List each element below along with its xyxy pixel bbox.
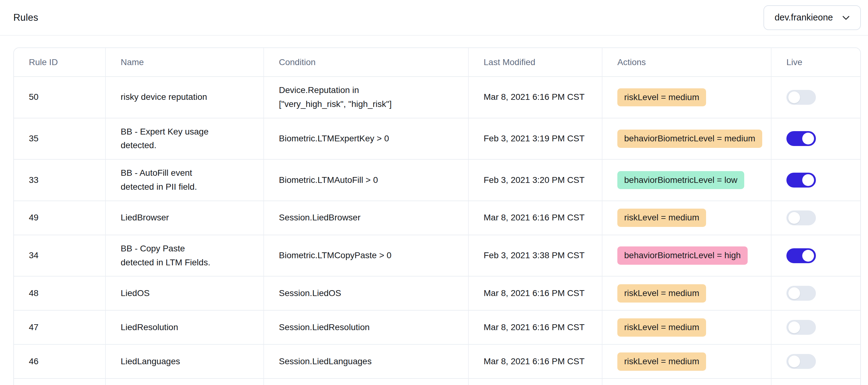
rule-id-cell: 47 [14,311,105,344]
rule-name-cell: BB - Copy Paste detected in LTM Fields. [105,235,264,276]
toggle-knob [788,212,800,224]
rule-actions-cell: behaviorBiometricLevel = high [602,235,771,276]
main-content: Rule IDNameConditionLast ModifiedActions… [0,47,868,385]
table-header-row: Rule IDNameConditionLast ModifiedActions… [14,48,860,76]
live-toggle-off[interactable] [786,354,816,369]
toggle-knob [788,321,800,333]
rule-last-modified-cell: Mar 8, 2021 6:16 PM CST [468,311,602,344]
action-badge: behaviorBiometricLevel = high [617,247,748,265]
toggle-knob [788,356,800,367]
top-bar: Rules dev.frankieone [0,0,868,36]
table-row: 35 BB - Expert Key usage detected. Biome… [14,118,860,159]
page-title: Rules [13,12,38,23]
rule-condition-cell: Session.LiedResolution [264,311,468,344]
chevron-down-icon [841,13,851,23]
column-header-live: Live [771,48,860,76]
action-badge: riskLevel = medium [617,208,706,227]
rule-last-modified-cell: Mar 8, 2021 6:16 PM CST [468,201,602,235]
table-row: 47 LiedResolution Session.LiedResolution… [14,310,860,344]
toggle-knob [788,287,800,299]
rule-live-cell [771,201,860,235]
rule-last-modified-cell: Feb 3, 2021 3:38 PM CST [468,235,602,276]
rule-condition-cell: Biometric.LTMAutoFill > 0 [264,160,468,200]
column-header-rule-id: Rule ID [14,48,105,76]
live-toggle-off[interactable] [786,90,816,105]
rule-name-cell: LiedOS [105,277,264,310]
rule-actions-cell: riskLevel = medium [602,277,771,310]
rule-name-cell: BB - AutoFill event detected in PII fiel… [105,160,264,200]
toggle-knob [802,250,814,262]
rule-actions-cell: behaviorBiometricLevel = low [602,160,771,200]
rule-last-modified-cell: Feb 3, 2021 3:20 PM CST [468,160,602,200]
table-row: 48 LiedOS Session.LiedOS Mar 8, 2021 6:1… [14,276,860,310]
rule-id-cell: 35 [14,119,105,159]
action-badge: behaviorBiometricLevel = low [617,171,744,189]
table-row: 33 BB - AutoFill event detected in PII f… [14,159,860,200]
rule-id-cell: 34 [14,235,105,276]
rule-id-cell: 46 [14,345,105,378]
action-badge: riskLevel = medium [617,88,706,107]
rule-last-modified-cell: Mar 8, 2021 6:16 PM CST [468,277,602,310]
rule-condition-cell: Session.LiedOS [264,277,468,310]
rule-live-cell [771,77,860,118]
rules-table: Rule IDNameConditionLast ModifiedActions… [13,47,861,385]
live-toggle-on[interactable] [786,248,816,263]
rule-id-cell: 33 [14,160,105,200]
toggle-knob [802,174,814,186]
rule-actions-cell: riskLevel = medium [602,201,771,235]
live-toggle-off[interactable] [786,211,816,225]
rule-live-cell [771,345,860,378]
rule-condition-cell: Session.LiedLanguages [264,345,468,378]
action-badge: riskLevel = medium [617,284,706,302]
rule-name-cell: BB - Expert Key usage detected. [105,119,264,159]
rule-condition-cell: Biometric.LTMCopyPaste > 0 [264,235,468,276]
rule-live-cell [771,235,860,276]
table-row: 49 LiedBrowser Session.LiedBrowser Mar 8… [14,200,860,235]
rule-name-cell: LiedLanguages [105,345,264,378]
live-toggle-on[interactable] [786,173,816,188]
action-badge: riskLevel = medium [617,318,706,336]
rule-live-cell [771,277,860,310]
column-header-actions: Actions [602,48,771,76]
rule-live-cell [771,160,860,200]
toggle-knob [802,133,814,145]
rule-actions-cell: riskLevel = medium [602,311,771,344]
rule-last-modified-cell: Feb 3, 2021 3:19 PM CST [468,119,602,159]
rule-last-modified-cell: Mar 8, 2021 6:16 PM CST [468,77,602,118]
table-body: 50 risky device reputation Device.Reputa… [14,76,860,378]
table-row: 34 BB - Copy Paste detected in LTM Field… [14,235,860,276]
rule-id-cell: 50 [14,77,105,118]
rule-id-cell: 48 [14,277,105,310]
live-toggle-off[interactable] [786,320,816,335]
table-row-partial [14,378,860,385]
column-header-last-modified: Last Modified [468,48,602,76]
action-badge: riskLevel = medium [617,352,706,371]
rule-condition-cell: Device.Reputation in ["very_high_risk", … [264,77,468,118]
rule-condition-cell: Session.LiedBrowser [264,201,468,235]
rule-actions-cell: behaviorBiometricLevel = medium [602,119,771,159]
action-badge: behaviorBiometricLevel = medium [617,130,762,148]
rule-name-cell: LiedBrowser [105,201,264,235]
environment-dropdown-label: dev.frankieone [775,12,833,23]
rule-name-cell: LiedResolution [105,311,264,344]
table-row: 46 LiedLanguages Session.LiedLanguages M… [14,344,860,378]
rule-last-modified-cell: Mar 8, 2021 6:16 PM CST [468,345,602,378]
rule-id-cell: 49 [14,201,105,235]
rule-actions-cell: riskLevel = medium [602,77,771,118]
column-header-condition: Condition [264,48,468,76]
live-toggle-off[interactable] [786,286,816,301]
rule-actions-cell: riskLevel = medium [602,345,771,378]
rule-name-cell: risky device reputation [105,77,264,118]
rule-live-cell [771,311,860,344]
rule-live-cell [771,119,860,159]
live-toggle-on[interactable] [786,131,816,146]
environment-dropdown[interactable]: dev.frankieone [764,5,861,30]
rule-condition-cell: Biometric.LTMExpertKey > 0 [264,119,468,159]
column-header-name: Name [105,48,264,76]
table-row: 50 risky device reputation Device.Reputa… [14,76,860,118]
toggle-knob [788,91,800,103]
